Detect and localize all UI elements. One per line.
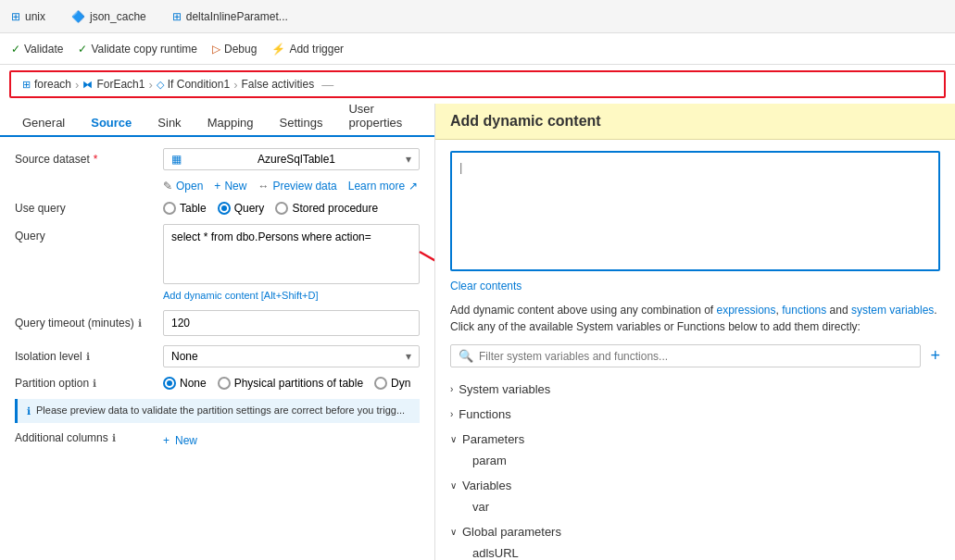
tab-general[interactable]: General [11,110,76,137]
query-timeout-info-icon[interactable]: ℹ [138,317,142,330]
additional-columns-info-icon[interactable]: ℹ [112,432,116,444]
partition-dyn-label: Dyn [391,377,410,390]
var-item[interactable]: var [450,496,940,517]
validate-copy-button[interactable]: ✓ Validate copy runtime [78,43,197,56]
expression-textarea[interactable] [450,151,940,271]
system-variables-header[interactable]: › System variables [450,379,940,400]
learn-more-button[interactable]: Learn more ↗ [348,180,418,193]
preview-icon: ↔ [258,180,269,193]
additional-new-button[interactable]: + New [163,434,420,447]
functions-link[interactable]: functions [782,304,826,317]
breadcrumb-foreach[interactable]: ⊞ foreach [22,78,71,91]
table-radio[interactable]: Table [163,202,207,215]
system-variables-section: › System variables [450,379,940,400]
right-panel: Add dynamic content Clear contents Add d… [435,104,955,560]
stored-proc-radio-circle [275,202,288,215]
breadcrumb-false-activities[interactable]: False activities [241,78,314,91]
partition-physical-label: Physical partitions of table [234,377,363,390]
table-radio-label: Table [180,202,207,215]
add-dynamic-content-link[interactable]: Add dynamic content [Alt+Shift+D] [163,290,420,301]
top-tabs-bar: ⊞ unix 🔷 json_cache ⊞ deltaInlineParamet… [0,0,955,33]
isolation-level-value: None [171,350,198,363]
partition-none-radio[interactable]: None [163,377,207,390]
tab-settings[interactable]: Settings [269,110,334,137]
query-control: select * from dbo.Persons where action= … [163,224,420,301]
clear-contents-link[interactable]: Clear contents [450,280,521,292]
validate-button[interactable]: ✓ Validate [11,43,63,56]
isolation-level-info-icon[interactable]: ℹ [86,351,90,363]
parameters-section: ∨ Parameters param [450,429,940,471]
partition-dyn-radio[interactable]: Dyn [374,377,410,390]
search-icon: 🔍 [459,349,473,363]
param-label: param [472,454,507,467]
partition-option-label: Partition option ℹ [15,377,163,390]
tab-user-properties[interactable]: User properties [337,104,423,137]
expressions-link[interactable]: expressions [717,304,776,317]
dropdown-caret-icon: ▾ [406,153,411,166]
variables-header[interactable]: ∨ Variables [450,475,940,496]
query-timeout-input[interactable]: 120 [163,310,420,336]
additional-columns-row: Additional columns ℹ + New [15,429,420,447]
var-label: var [472,500,489,514]
query-textarea[interactable]: select * from dbo.Persons where action= [163,224,420,284]
functions-section: › Functions [450,404,940,425]
additional-plus-icon: + [163,434,170,447]
filter-input[interactable] [479,350,912,363]
global-params-header[interactable]: ∨ Global parameters [450,521,940,542]
tab-json-cache-icon: 🔷 [71,10,85,23]
info-text: Please preview data to validate the part… [36,404,405,416]
variables-label: Variables [462,479,511,492]
isolation-level-control: None ▾ [163,345,420,367]
tab-mapping[interactable]: Mapping [196,110,265,137]
tab-unix[interactable]: ⊞ unix [7,10,49,23]
source-dataset-label: Source dataset * [15,153,163,166]
tab-delta-inline[interactable]: ⊞ deltaInlineParamet... [169,10,292,23]
query-timeout-row: Query timeout (minutes) ℹ 120 [15,310,420,336]
tab-json-cache-label: json_cache [90,10,146,23]
isolation-level-dropdown[interactable]: None ▾ [163,345,420,367]
validate-label: Validate [24,43,63,56]
isolation-caret-icon: ▾ [406,350,411,363]
new-button[interactable]: + New [214,180,246,193]
source-dataset-dropdown[interactable]: ▦ AzureSqlTable1 ▾ [163,148,420,170]
parameters-header[interactable]: ∨ Parameters [450,429,940,450]
help-text: Add dynamic content above using any comb… [450,302,940,335]
functions-label: Functions [459,407,510,421]
system-variables-link[interactable]: system variables [851,304,934,317]
breadcrumb-foreach1[interactable]: ⧓ ForEach1 [82,78,145,91]
functions-chevron-right-icon: › [450,409,453,419]
validate-check-icon: ✓ [11,43,20,56]
parameters-label: Parameters [462,432,524,446]
toolbar: ✓ Validate ✓ Validate copy runtime ▷ Deb… [0,33,955,65]
param-item[interactable]: param [450,450,940,471]
query-row: Query select * from dbo.Persons where ac… [15,224,420,301]
validate-copy-check-icon: ✓ [78,43,87,56]
additional-columns-control: + New [163,429,420,447]
query-radio-circle [218,202,231,215]
adls-url-item[interactable]: adlsURL [450,542,940,560]
tree-container: › System variables › Functions ∨ Paramet… [450,379,940,560]
partition-options-group: None Physical partitions of table Dyn [163,377,420,390]
add-trigger-button[interactable]: ⚡ Add trigger [271,43,344,56]
functions-header[interactable]: › Functions [450,404,940,425]
partition-physical-radio[interactable]: Physical partitions of table [218,377,363,390]
partition-physical-circle [218,377,231,390]
required-star: * [94,153,98,166]
tab-sink[interactable]: Sink [146,110,192,137]
tab-source[interactable]: Source [80,110,143,137]
nav-tabs: General Source Sink Mapping Settings Use… [0,104,434,137]
open-button[interactable]: ✎ Open [163,180,203,193]
table-icon: ▦ [171,153,182,166]
preview-data-button[interactable]: ↔ Preview data [258,180,336,193]
add-button[interactable]: + [930,346,940,366]
breadcrumb: ⊞ foreach › ⧓ ForEach1 › ◇ If Condition1… [9,70,946,98]
global-params-chevron-down-icon: ∨ [450,527,457,537]
tab-json-cache[interactable]: 🔷 json_cache [68,10,150,23]
breadcrumb-if-condition[interactable]: ◇ If Condition1 [157,78,230,91]
debug-button[interactable]: ▷ Debug [212,43,257,56]
partition-info-icon[interactable]: ℹ [93,378,96,390]
trigger-icon: ⚡ [271,43,285,56]
source-dataset-value: AzureSqlTable1 [258,153,335,166]
query-radio[interactable]: Query [218,202,265,215]
stored-proc-radio[interactable]: Stored procedure [275,202,378,215]
